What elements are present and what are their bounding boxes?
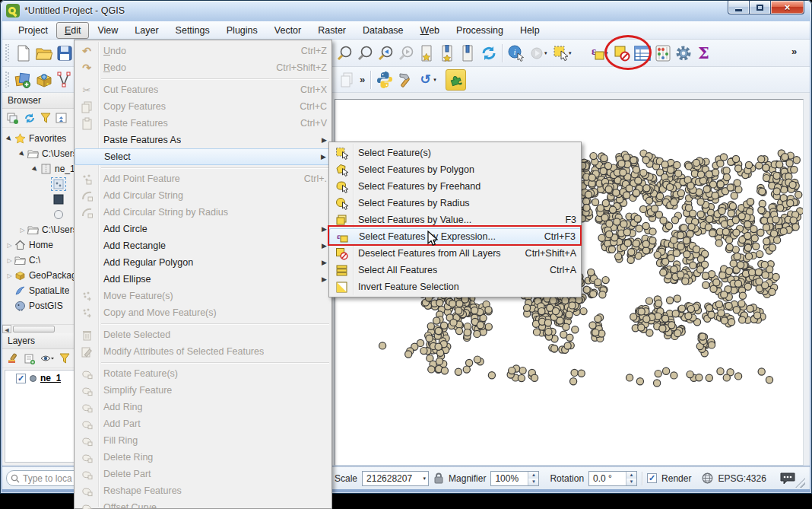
statistical-summary-button[interactable]: Σ <box>693 43 714 64</box>
menu-web[interactable]: Web <box>412 22 448 39</box>
menu-item-redo[interactable]: ↷RedoCtrl+Shift+Z <box>75 59 331 76</box>
menu-item-select-features-by-freehand[interactable]: Select Features by Freehand <box>329 178 581 195</box>
select-features-button[interactable] <box>550 43 571 64</box>
expand-arrow-icon[interactable]: ▷ <box>5 272 14 279</box>
menu-item-move-feature-s[interactable]: Move Feature(s) <box>75 288 331 304</box>
menu-edit[interactable]: Edit <box>56 22 90 39</box>
titlebar[interactable]: *Untitled Project - QGIS × <box>0 0 812 21</box>
menu-item-copy-features[interactable]: Copy FeaturesCtrl+C <box>75 98 331 115</box>
paste-features-button[interactable] <box>337 69 357 91</box>
scroll-thumb[interactable] <box>13 326 55 332</box>
layer-row[interactable]: ✓ne_1 <box>5 371 75 386</box>
deselect-all-button[interactable] <box>611 43 632 64</box>
spin-down-icon[interactable]: ▼ <box>528 479 538 485</box>
spin-down-icon[interactable]: ▼ <box>626 479 636 485</box>
show-bookmarks-button[interactable] <box>437 43 458 64</box>
layer-styling-icon[interactable] <box>7 353 19 364</box>
menu-raster[interactable]: Raster <box>309 22 354 39</box>
menu-item-delete-selected[interactable]: Delete Selected <box>75 326 331 343</box>
add-selected-layer-icon[interactable] <box>7 113 19 124</box>
lock-scale-icon[interactable] <box>433 472 444 484</box>
toolbar-overflow-button[interactable]: » <box>789 46 799 57</box>
menu-item-delete-ring[interactable]: Delete Ring <box>75 449 331 466</box>
resize-grip[interactable] <box>795 478 805 488</box>
save-project-button[interactable] <box>54 43 75 64</box>
menu-plugins[interactable]: Plugins <box>218 22 266 39</box>
new-geopackage-button[interactable]: * <box>33 69 54 91</box>
menu-item-add-rectangle[interactable]: Add Rectangle▶ <box>75 237 331 254</box>
menu-item-add-part[interactable]: Add Part <box>75 415 331 432</box>
browser-item-ne-1[interactable]: ▶ne_1 <box>2 161 78 177</box>
menu-item-rotate-feature-s[interactable]: Rotate Feature(s) <box>75 365 331 382</box>
manage-visibility-icon[interactable] <box>40 353 55 364</box>
menu-item-select-all-features[interactable]: Select All FeaturesCtrl+A <box>329 262 581 278</box>
minimize-button[interactable] <box>728 1 750 14</box>
zoom-in-button[interactable] <box>335 43 355 64</box>
menu-item-add-point-feature[interactable]: Add Point FeatureCtrl+. <box>75 170 331 187</box>
browser-hscrollbar[interactable]: ◀ <box>2 324 78 333</box>
menu-item-add-circular-string[interactable]: Add Circular String <box>75 187 331 204</box>
browser-item-c-users[interactable]: ▷C:\Users <box>2 222 78 237</box>
zoom-last-button[interactable] <box>376 43 396 64</box>
rotation-spinbox[interactable]: 0.0 ° ▲▼ <box>588 471 637 486</box>
menu-item-invert-feature-selection[interactable]: Invert Feature Selection <box>329 278 581 295</box>
zoom-out-button[interactable] <box>355 43 376 64</box>
new-project-button[interactable] <box>13 43 33 64</box>
data-source-manager-button[interactable] <box>13 69 33 91</box>
browser-item-favorites[interactable]: ▶Favorites <box>2 131 78 146</box>
menu-item-select-features-by-radius[interactable]: Select Features by Radius <box>329 195 581 212</box>
menu-item-copy-and-move-feature-s[interactable]: Copy and Move Feature(s) <box>75 304 331 321</box>
menu-item-deselect-features-from-all-layers[interactable]: Deselect Features from All LayersCtrl+Sh… <box>329 245 581 262</box>
messages-bubble-icon[interactable] <box>780 472 795 485</box>
browser-item[interactable] <box>2 192 78 207</box>
toolbar2-overflow-button[interactable]: » <box>357 74 367 85</box>
menu-item-select-features-by-polygon[interactable]: Select Features by Polygon <box>329 161 581 178</box>
menu-item-delete-part[interactable]: Delete Part <box>75 466 331 482</box>
refresh-button[interactable] <box>478 43 499 64</box>
menu-item-fill-ring[interactable]: Fill Ring <box>75 432 331 449</box>
magnifier-spinbox[interactable]: 100% ▲▼ <box>490 471 539 486</box>
menu-view[interactable]: View <box>89 22 126 39</box>
browser-item-geopackage[interactable]: ▷GeoPackage <box>2 268 78 283</box>
spin-up-icon[interactable]: ▲ <box>528 472 538 479</box>
browser-item-c-users[interactable]: ▶C:\Users <box>2 146 78 161</box>
collapse-all-icon[interactable] <box>56 113 67 123</box>
menu-item-simplify-feature[interactable]: Simplify Feature <box>75 382 331 399</box>
menu-item-add-ring[interactable]: Add Ring <box>75 399 331 415</box>
menu-item-select-features-by-expression[interactable]: εSelect Features by Expression...Ctrl+F3 <box>329 228 581 245</box>
browser-item-spatialite[interactable]: SpatiaLite <box>2 283 78 298</box>
browser-item-home[interactable]: ▷Home <box>2 237 78 253</box>
menu-help[interactable]: Help <box>512 22 548 39</box>
browser-item[interactable] <box>2 177 78 192</box>
spin-up-icon[interactable]: ▲ <box>626 472 636 479</box>
menu-item-add-regular-polygon[interactable]: Add Regular Polygon▶ <box>75 254 331 271</box>
close-button[interactable]: × <box>771 1 804 14</box>
add-group-icon[interactable] <box>24 353 36 364</box>
new-bookmark-button[interactable] <box>417 43 437 64</box>
run-feature-action-button[interactable] <box>526 43 547 64</box>
menu-project[interactable]: Project <box>10 22 56 39</box>
menu-item-reshape-features[interactable]: Reshape Features <box>75 482 331 499</box>
browser-refresh-icon[interactable] <box>24 113 36 124</box>
menu-item-undo[interactable]: ↶UndoCtrl+Z <box>75 43 331 59</box>
open-project-button[interactable] <box>33 43 54 64</box>
select-by-expression-button[interactable]: ε <box>587 43 607 64</box>
toolbar-drag-handle[interactable] <box>5 44 9 62</box>
menu-item-modify-attributes-of-selected-features[interactable]: Modify Attributes of Selected Features <box>75 343 331 360</box>
expand-arrow-icon[interactable]: ▷ <box>5 257 14 264</box>
menu-item-paste-features-as[interactable]: Paste Features As▶ <box>75 132 331 148</box>
menu-item-add-ellipse[interactable]: Add Ellipse▶ <box>75 271 331 288</box>
menu-item-select-feature-s[interactable]: Select Feature(s) <box>329 145 581 161</box>
maximize-button[interactable] <box>750 1 771 14</box>
undo-toolbar-button[interactable]: ↺ <box>415 69 436 91</box>
layer-visibility-checkbox[interactable]: ✓ <box>16 374 26 383</box>
scale-combobox[interactable]: 212628207 ▾ <box>362 471 429 486</box>
menu-database[interactable]: Database <box>354 22 412 39</box>
menu-item-select-features-by-value[interactable]: Select Features by Value...F3 <box>329 212 581 228</box>
browser-item[interactable] <box>2 207 78 222</box>
identify-features-button[interactable]: i <box>506 43 526 64</box>
browser-filter-icon[interactable] <box>40 113 51 123</box>
menu-item-offset-curve[interactable]: Offset Curve <box>75 499 331 509</box>
menu-settings[interactable]: Settings <box>167 22 218 39</box>
layers-filter-icon[interactable] <box>59 353 70 364</box>
